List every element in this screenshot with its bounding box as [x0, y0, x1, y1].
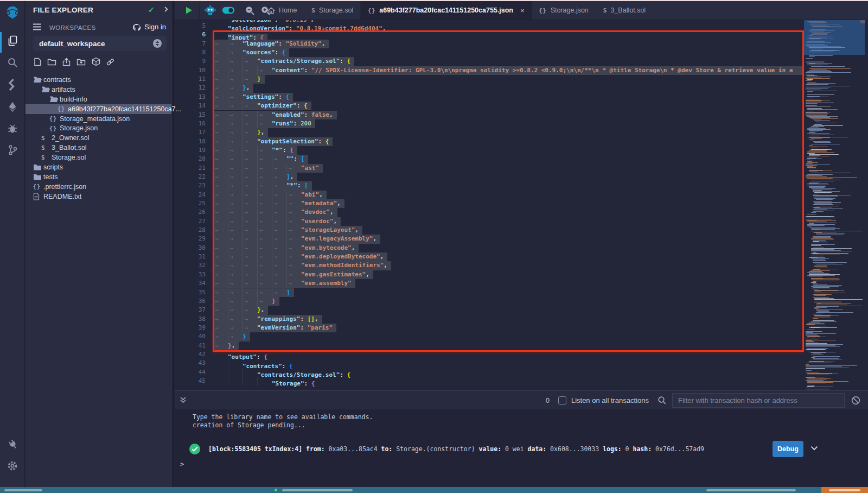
upload-folder-icon[interactable]	[76, 57, 86, 66]
tab-3-ballot-sol[interactable]: S3_Ballot.sol	[596, 1, 653, 20]
sign-in-label: Sign in	[144, 23, 166, 31]
listen-transactions-checkbox[interactable]	[558, 396, 566, 404]
line-number: 27	[175, 217, 206, 226]
editor-scrollbar-thumb[interactable]	[860, 20, 865, 23]
line-number: 33	[175, 270, 206, 279]
code-line-22: →→→→→],	[213, 173, 868, 181]
editor-scrollbar[interactable]	[865, 20, 868, 390]
line-number: 6	[175, 30, 206, 39]
file-explorer-icon[interactable]	[0, 35, 25, 47]
tree-item-artifacts[interactable]: artifacts	[25, 85, 171, 94]
tree-item-a69b43f277ba20fcac141151250ca7-[interactable]: {}a69b43f277ba20fcac141151250ca7...	[25, 104, 171, 114]
tree-item-label: build-info	[60, 96, 87, 103]
transaction-filter-input[interactable]: Filter with transaction hash or address	[672, 393, 845, 408]
tab-storage-sol[interactable]: SStorage.sol	[304, 1, 361, 20]
file-explorer-panel: FILE EXPLORER ✓ WORKSPACES Sign in defau…	[25, 1, 174, 487]
terminal-prompt[interactable]: >	[180, 460, 184, 468]
tree-item-tests[interactable]: tests	[25, 172, 171, 182]
new-folder-icon[interactable]	[47, 57, 56, 66]
minimap[interactable]	[804, 20, 865, 390]
code-line-31: →→→→→→"evm.deployedBytecode",	[213, 252, 868, 261]
line-number: 41	[175, 342, 206, 350]
transaction-expand-icon[interactable]	[810, 446, 818, 451]
ai-assistant-icon[interactable]	[203, 4, 216, 17]
scam-alert-badge[interactable]	[821, 487, 868, 493]
tab-bar: HomeSStorage.sol{}a69b43f277ba20fcac1411…	[175, 1, 868, 20]
code-line-19: →→→→"*": {	[213, 146, 868, 155]
remix-logo-icon[interactable]	[0, 4, 25, 22]
settings-gear-icon[interactable]	[0, 460, 25, 471]
panel-check-icon: ✓	[148, 5, 155, 14]
terminal-pending-line: creation of Storage pending...	[193, 421, 305, 429]
code-line-23: →→→→→"*": [	[213, 181, 868, 190]
line-number: 23	[175, 181, 206, 190]
code-line-28: →→→→→→"storageLayout",	[213, 226, 868, 235]
code-line-36: →→→→}	[213, 297, 868, 306]
tree-item-storage-sol[interactable]: SStorage.sol	[25, 153, 171, 162]
code-editor[interactable]: 4567891011121314151617181920212223242526…	[175, 20, 868, 390]
panel-expand-icon[interactable]	[162, 5, 170, 13]
braces-icon: {}	[33, 184, 43, 189]
clear-console-icon[interactable]	[851, 396, 860, 405]
sol-icon: S	[603, 7, 607, 14]
line-number: 24	[175, 191, 206, 199]
line-number: 30	[175, 244, 206, 252]
run-script-button[interactable]	[182, 4, 195, 17]
sol-icon: S	[41, 135, 52, 142]
tree-item-readme-txt[interactable]: README.txt	[25, 192, 171, 201]
minimap-selection	[804, 20, 865, 55]
transaction-log-row[interactable]: [block:5583405 txIndex:4] from: 0xa03...…	[175, 438, 868, 460]
tree-item-storage-json[interactable]: {}Storage.json	[25, 123, 171, 133]
tree-item-storage-metadata-json[interactable]: {}Storage_metadata.json	[25, 114, 171, 124]
sign-in-button[interactable]: Sign in	[132, 23, 166, 31]
folder-icon	[33, 164, 43, 170]
workspaces-menu-icon[interactable]	[33, 23, 42, 30]
git-icon[interactable]	[0, 144, 25, 156]
tree-item-contracts[interactable]: contracts	[25, 75, 171, 85]
code-line-8: →→"sources": {	[213, 48, 868, 57]
braces-icon: {}	[58, 106, 68, 112]
ai-copilot-toggle[interactable]	[222, 4, 235, 17]
code-line-9: →→→"contracts/Storage.sol": {	[213, 57, 868, 66]
tab-home[interactable]: Home	[260, 1, 304, 20]
tab-storage-json[interactable]: {}Storage.json	[532, 1, 596, 20]
status-mid-text	[282, 489, 353, 491]
terminal-collapse-icon[interactable]	[179, 396, 187, 404]
workspace-dropdown[interactable]: default_workspace	[33, 36, 167, 51]
tree-item-build-info[interactable]: build-info	[25, 94, 171, 104]
line-number: 37	[175, 306, 206, 314]
code-line-39: →→→"evmVersion": "paris"	[213, 324, 868, 332]
debugger-icon[interactable]	[0, 123, 25, 134]
line-number: 5	[175, 22, 206, 30]
tab-a69b43f277ba20fcac141151250ca755-json[interactable]: {}a69b43f277ba20fcac141151250ca755.json×	[361, 1, 532, 20]
new-file-icon[interactable]	[33, 57, 42, 66]
file-tree: contractsartifactsbuild-info{}a69b43f277…	[25, 75, 171, 201]
code-line-30: →→→→→→"evm.bytecode",	[213, 244, 868, 252]
line-number: 40	[175, 332, 206, 341]
link-icon[interactable]	[106, 57, 115, 66]
line-number: 32	[175, 261, 206, 270]
line-number: 42	[175, 350, 206, 359]
status-dot	[275, 489, 277, 491]
workspaces-label: WORKSPACES	[49, 24, 96, 31]
search-icon[interactable]	[0, 57, 25, 68]
file-icon	[33, 193, 43, 200]
zoom-out-icon[interactable]	[243, 4, 256, 17]
tree-item-scripts[interactable]: scripts	[25, 162, 171, 172]
tree-item-2-owner-sol[interactable]: S2_Owner.sol	[25, 133, 171, 143]
debug-button[interactable]: Debug	[773, 441, 803, 457]
tree-item-3-ballot-sol[interactable]: S3_Ballot.sol	[25, 143, 171, 153]
tab-label: Storage.sol	[319, 7, 353, 14]
tree-item-label: Storage.sol	[52, 154, 86, 161]
tree-item--prettierrc-json[interactable]: {}.prettierrc.json	[25, 182, 171, 192]
code-line-20: →→→→→"": [	[213, 155, 868, 163]
publish-ipfs-icon[interactable]	[91, 57, 100, 66]
plugin-manager-icon[interactable]	[0, 439, 25, 450]
deploy-run-icon[interactable]	[0, 102, 25, 112]
folder-icon	[33, 174, 43, 180]
solidity-compiler-icon[interactable]	[0, 79, 25, 91]
home-icon	[267, 7, 275, 14]
upload-file-icon[interactable]	[62, 57, 71, 66]
tab-close-icon[interactable]: ×	[520, 7, 525, 15]
code-line-43: "contracts": {	[213, 359, 868, 368]
